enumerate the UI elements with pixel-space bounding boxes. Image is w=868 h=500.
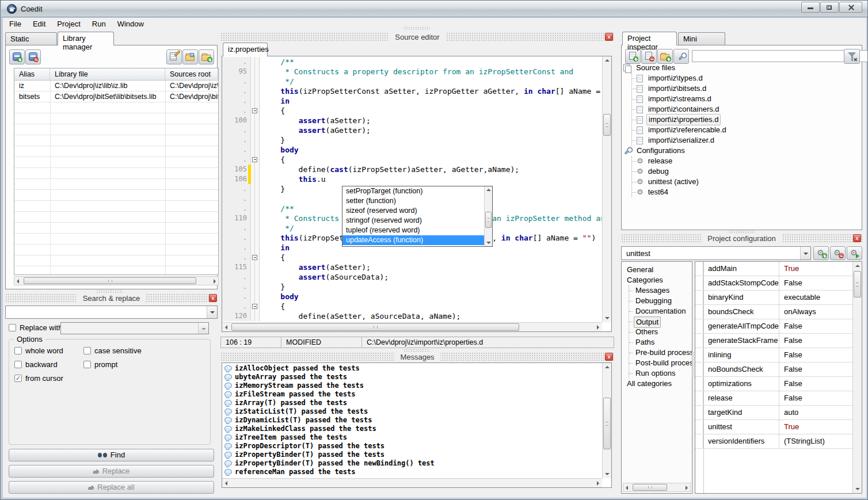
case-sensitive-checkbox[interactable] xyxy=(83,347,91,354)
col-alias[interactable]: Alias xyxy=(14,68,50,80)
category-others[interactable]: Others xyxy=(629,327,692,337)
tab-iz-properties[interactable]: iz.properties xyxy=(223,43,268,56)
list-item[interactable]: izPropertyBinder(T) passed the newBindin… xyxy=(222,459,601,468)
config-panel-close-button[interactable]: x xyxy=(853,234,861,242)
add-source-folder-button[interactable] xyxy=(657,49,673,64)
list-item[interactable]: izArray(T) passed the tests xyxy=(222,399,601,407)
whole-word-checkbox[interactable] xyxy=(14,347,22,354)
search-input[interactable] xyxy=(5,306,218,319)
editor-panel-grip[interactable] xyxy=(403,26,430,29)
messages-panel-header[interactable]: Messages xyxy=(220,352,614,362)
grid-row[interactable]: generateAllTmpCodeFalse xyxy=(695,319,852,334)
list-item[interactable]: izPropDescriptor(T) passed the tests xyxy=(222,442,601,451)
code-line[interactable]: 95 * Constructs a property descriptor fr… xyxy=(222,67,601,77)
code-line[interactable]: . { xyxy=(222,155,601,165)
edit-library-button[interactable] xyxy=(166,49,182,64)
tab-project-inspector[interactable]: Project inspector xyxy=(622,32,677,45)
from-cursor-checkbox[interactable]: ✓ xyxy=(14,375,22,382)
list-item[interactable]: izFileStream passed the tests xyxy=(222,390,601,399)
code-line[interactable]: . assert(aGetter); xyxy=(222,125,601,135)
completion-scrollbar[interactable] xyxy=(484,186,492,246)
find-button[interactable]: Find xyxy=(9,449,214,461)
maximize-button[interactable] xyxy=(820,2,839,13)
col-sources-root[interactable]: Sources root xyxy=(165,68,218,80)
remove-library-button[interactable] xyxy=(25,49,41,64)
grid-row[interactable]: addStackStompCodeFalse xyxy=(695,276,852,291)
code-line[interactable]: . } xyxy=(222,135,601,145)
code-line[interactable]: . this(izPropSetterConst aSetter, izProp… xyxy=(222,86,601,96)
category-all-categories[interactable]: All categories xyxy=(622,379,692,389)
messages-vscroll[interactable] xyxy=(602,363,611,478)
category-run-options[interactable]: Run options xyxy=(629,368,692,379)
code-line[interactable]: . body xyxy=(222,145,601,155)
tree-root-configurations[interactable]: Configurations xyxy=(623,146,858,156)
grid-row[interactable]: addMainTrue xyxy=(695,262,852,276)
category-post-build[interactable]: Post-build process xyxy=(629,358,692,368)
tab-mini-explorer[interactable]: Mini explorer xyxy=(678,32,725,45)
add-library-button[interactable] xyxy=(9,49,25,64)
tree-item-file-selected[interactable]: import\iz\properties.d xyxy=(637,114,858,125)
open-library-button[interactable] xyxy=(182,49,198,64)
search-panel-grip[interactable] xyxy=(96,290,123,293)
code-line[interactable]: . */ xyxy=(222,77,601,86)
tree-item-config[interactable]: ⚙test64 xyxy=(637,187,858,197)
search-panel-header[interactable]: Search & replace xyxy=(5,293,218,303)
code-line[interactable]: . { xyxy=(222,253,601,262)
tree-item-file[interactable]: import\iz\types.d xyxy=(637,73,858,83)
code-line[interactable]: . /** xyxy=(222,57,601,67)
category-paths[interactable]: Paths xyxy=(629,337,692,348)
clone-configuration-button[interactable]: ⚙ xyxy=(847,246,862,260)
completion-item[interactable]: tupleof (reserved word) xyxy=(342,226,485,235)
completion-item[interactable]: stringof (reserved word) xyxy=(342,216,485,226)
grid-row[interactable]: generateStackFrameFalse xyxy=(695,334,852,348)
grid-row[interactable]: inliningFalse xyxy=(695,348,852,362)
prompt-checkbox[interactable] xyxy=(83,361,91,368)
completion-item[interactable]: sizeof (reserved word) xyxy=(342,206,485,216)
category-messages[interactable]: Messages xyxy=(629,285,692,296)
list-item[interactable]: referenceMan passed the tests xyxy=(222,468,601,476)
grid-row[interactable]: boundsCheckonAlways xyxy=(695,305,852,319)
grid-row[interactable]: noBoundsCheckFalse xyxy=(695,362,852,377)
tab-library-manager[interactable]: Library manager xyxy=(58,32,114,45)
menu-project[interactable]: Project xyxy=(52,18,85,29)
tree-item-file[interactable]: import\iz\bitsets.d xyxy=(637,83,858,94)
tree-root-source-files[interactable]: Source files xyxy=(623,63,858,73)
menu-run[interactable]: Run xyxy=(87,18,111,29)
filter-button[interactable]: ✕ xyxy=(844,49,860,64)
grid-vscroll[interactable] xyxy=(852,262,862,493)
completion-item-selected[interactable]: updateAccess (function) xyxy=(342,235,485,245)
grid-row[interactable]: versionIdentifiers(TStringList) xyxy=(695,434,852,449)
list-item[interactable]: izAllocObject passed the tests xyxy=(222,364,601,373)
code-line[interactable]: . assert(aSourceData); xyxy=(222,272,601,282)
code-line[interactable]: . { xyxy=(222,301,601,311)
add-folder-button[interactable] xyxy=(199,49,214,64)
grid-row[interactable]: optimizationsFalse xyxy=(695,377,852,391)
completion-item[interactable]: setPropTarget (function) xyxy=(342,186,485,196)
list-item[interactable]: izPropertyBinder(T) passed the tests xyxy=(222,451,601,459)
backward-checkbox[interactable] xyxy=(14,361,22,368)
category-output-selected[interactable]: Output xyxy=(629,316,692,327)
code-line[interactable]: . in xyxy=(222,96,601,106)
menu-window[interactable]: Window xyxy=(112,18,149,29)
library-table-hscroll[interactable] xyxy=(14,276,219,285)
tab-static-explorer[interactable]: Static explorer xyxy=(5,32,57,45)
fold-collapse-icon[interactable] xyxy=(252,108,257,113)
list-item[interactable]: ubyteArray passed the tests xyxy=(222,373,601,381)
code-line[interactable]: 106 this.u xyxy=(222,174,601,184)
tree-item-config[interactable]: ⚙release xyxy=(637,156,858,166)
replace-all-button[interactable]: abReplace all xyxy=(9,481,214,494)
replace-with-checkbox[interactable] xyxy=(9,324,16,331)
config-panel-header[interactable]: Project configuration xyxy=(621,234,862,243)
table-row[interactable]: bitsets C:\Dev\dproj\bitSet\lib\bitsets.… xyxy=(14,91,218,102)
tree-item-config-active[interactable]: ⚙unittest (active) xyxy=(637,177,858,187)
menu-edit[interactable]: Edit xyxy=(28,18,51,29)
grid-row[interactable]: unittestTrue xyxy=(695,420,852,434)
category-general[interactable]: General xyxy=(622,265,692,275)
categories-hscroll[interactable] xyxy=(623,483,691,492)
config-split-grip[interactable] xyxy=(691,352,694,378)
editor-vscroll[interactable] xyxy=(602,56,611,322)
table-row[interactable]: iz C:\Dev\dproj\iz\lib\iz.lib C:\Dev\dpr… xyxy=(14,81,218,91)
code-line[interactable]: . } xyxy=(222,282,601,292)
category-debugging[interactable]: Debugging xyxy=(629,296,692,306)
code-line[interactable]: 105 define(cast(izPropSetter)aSetter, aG… xyxy=(222,165,601,174)
